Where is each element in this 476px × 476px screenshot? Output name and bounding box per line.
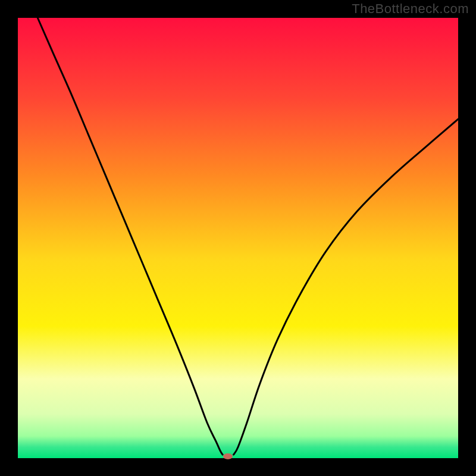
plot-background <box>18 18 458 458</box>
bottleneck-chart <box>0 0 476 476</box>
bottleneck-point <box>223 453 233 459</box>
chart-frame: TheBottleneck.com <box>0 0 476 476</box>
